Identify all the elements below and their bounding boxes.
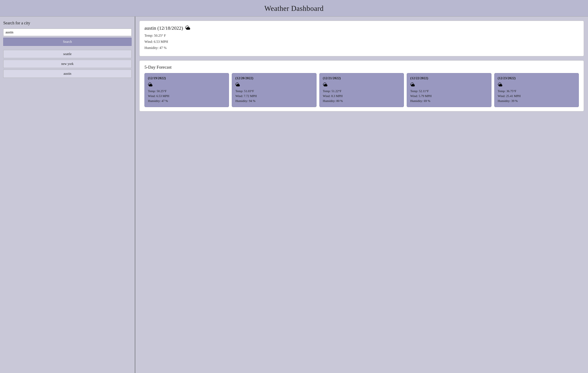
page-title: Weather Dashboard [0,4,588,13]
forecast-wind: Wind: 5.79 MPH [410,94,488,98]
forecast-temp: Temp: 36.75°F [498,89,575,93]
forecast-weather-icon: 🌥 [235,82,313,88]
current-weather-header: austin (12/18/2022) 🌥 [145,25,579,31]
forecast-card: (12/23/2022) 🌥 Temp: 36.75°F Wind: 25.41… [494,73,579,107]
current-weather-temp: Temp: 50.25° F [145,33,579,38]
forecast-weather-icon: 🌥 [148,82,225,88]
city-button-seattle[interactable]: seattle [3,50,132,58]
forecast-temp: Temp: 50.25°F [148,89,225,93]
sidebar-section-title: Search for a city [3,21,132,25]
forecast-card: (12/22/2022) 🌥 Temp: 52.11°F Wind: 5.79 … [407,73,491,107]
forecast-temp: Temp: 51.03°F [235,89,313,93]
forecast-card-date: (12/22/2022) [410,76,488,80]
current-weather-card: austin (12/18/2022) 🌥 Temp: 50.25° F Win… [139,21,584,56]
forecast-wind: Wind: 8.3 MPH [323,94,400,98]
forecast-weather-icon: 🌥 [498,82,575,88]
forecast-humidity: Humidity: 94 % [235,99,313,103]
forecast-humidity: Humidity: 39 % [498,99,575,103]
forecast-humidity: Humidity: 80 % [323,99,400,103]
forecast-weather-icon: 🌥 [410,82,488,88]
city-button-austin[interactable]: austin [3,70,132,78]
search-button[interactable]: Search [3,38,132,46]
forecast-card-date: (12/23/2022) [498,76,575,80]
forecast-humidity: Humidity: 69 % [410,99,488,103]
current-weather-icon: 🌥 [185,25,190,31]
forecast-card-date: (12/21/2022) [323,76,400,80]
forecast-cards-container: (12/19/2022) 🌥 Temp: 50.25°F Wind: 6.53 … [145,73,579,107]
forecast-wind: Wind: 7.72 MPH [235,94,313,98]
forecast-card: (12/21/2022) 🌥 Temp: 51.22°F Wind: 8.3 M… [319,73,404,107]
forecast-wind: Wind: 25.41 MPH [498,94,575,98]
current-weather-humidity: Humidity: 47 % [145,46,579,50]
forecast-card: (12/19/2022) 🌥 Temp: 50.25°F Wind: 6.53 … [145,73,229,107]
current-weather-title: austin (12/18/2022) [145,25,183,31]
forecast-humidity: Humidity: 47 % [148,99,225,103]
forecast-weather-icon: 🌥 [323,82,400,88]
forecast-card-date: (12/20/2022) [235,76,313,80]
content-area: austin (12/18/2022) 🌥 Temp: 50.25° F Win… [135,17,588,373]
forecast-temp: Temp: 51.22°F [323,89,400,93]
forecast-card-date: (12/19/2022) [148,76,225,80]
sidebar: Search for a city Search seattle new yor… [0,17,135,373]
forecast-section: 5-Day Forecast (12/19/2022) 🌥 Temp: 50.2… [139,60,584,111]
forecast-wind: Wind: 6.53 MPH [148,94,225,98]
page-header: Weather Dashboard [0,0,588,17]
forecast-card: (12/20/2022) 🌥 Temp: 51.03°F Wind: 7.72 … [232,73,316,107]
main-layout: Search for a city Search seattle new yor… [0,17,588,373]
city-button-newyork[interactable]: new york [3,60,132,68]
current-weather-wind: Wind: 6.53 MPH [145,40,579,44]
forecast-temp: Temp: 52.11°F [410,89,488,93]
search-input[interactable] [3,29,132,36]
forecast-title: 5-Day Forecast [145,65,579,70]
